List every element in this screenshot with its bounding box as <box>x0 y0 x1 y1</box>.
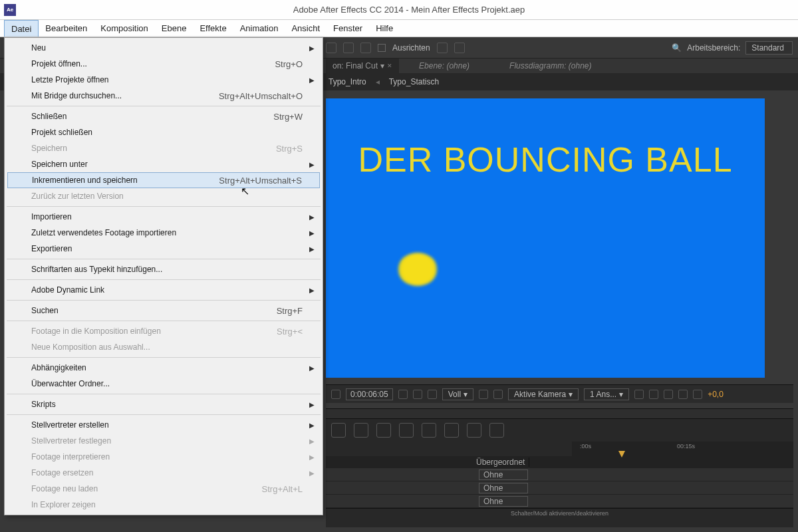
3d-icon[interactable] <box>678 390 688 399</box>
search-icon[interactable]: 🔍 <box>672 43 682 53</box>
menu-item-label: Schriftarten aus Typekit hinzufügen... <box>31 265 303 274</box>
camera-select[interactable]: Aktive Kamera▾ <box>508 388 579 400</box>
panel-divider[interactable] <box>326 408 793 419</box>
parent-select[interactable]: Ohne <box>479 483 528 493</box>
align-checkbox[interactable] <box>378 44 386 52</box>
menu-item[interactable]: Inkrementieren und speichernStrg+Alt+Ums… <box>7 172 320 188</box>
menu-hilfe[interactable]: Hilfe <box>369 20 400 37</box>
parent-select[interactable]: Ohne <box>479 469 528 480</box>
app-logo: Ae <box>4 4 16 16</box>
timeline-tool-icon[interactable] <box>376 423 391 438</box>
graph-editor-icon[interactable] <box>422 423 436 438</box>
composition-viewer[interactable]: DER BOUNCING BALL <box>326 98 765 378</box>
menu-item-label: Neu <box>31 43 303 53</box>
current-time[interactable]: 0:00:06:05 <box>346 388 393 400</box>
timecode-icon[interactable] <box>664 390 673 399</box>
menu-effekte[interactable]: Effekte <box>193 20 233 37</box>
menu-animation[interactable]: Animation <box>233 20 285 37</box>
magnify-icon[interactable] <box>331 390 340 399</box>
preview-headline: DER BOUNCING BALL <box>358 140 732 180</box>
menu-separator <box>7 206 321 207</box>
tab-composition[interactable]: on: Final Cut▾✕ <box>326 59 399 73</box>
menu-item[interactable]: Skripts▶ <box>6 396 321 412</box>
menu-item[interactable]: SuchenStrg+F <box>6 303 321 319</box>
time-ruler[interactable]: :00s 00:15s <box>572 442 793 456</box>
view-count-select[interactable]: 1 Ans...▾ <box>584 388 629 400</box>
layer-track[interactable]: Ohne <box>326 495 793 508</box>
menu-item-label: Speichern unter <box>31 160 303 169</box>
crumb-item[interactable]: Typo_Statisch <box>389 77 439 86</box>
switches-toggle[interactable]: Schalter/Modi aktivieren/deaktivieren <box>326 508 793 519</box>
layer-track[interactable]: Ohne <box>326 481 793 495</box>
menu-item[interactable]: Adobe Dynamic Link▶ <box>6 282 321 298</box>
tab-layer[interactable]: Ebene: (ohne) <box>399 61 489 70</box>
menu-datei[interactable]: Datei <box>4 20 39 37</box>
menu-item[interactable]: Schriftarten aus Typekit hinzufügen... <box>6 261 321 277</box>
tab-flowchart[interactable]: Flussdiagramm: (ohne) <box>489 61 611 70</box>
file-menu-dropdown: Neu▶Projekt öffnen...Strg+OLetzte Projek… <box>4 37 323 515</box>
submenu-arrow-icon: ▶ <box>309 229 315 237</box>
menu-item[interactable]: Speichern unter▶ <box>6 156 321 172</box>
mask-icon[interactable] <box>649 390 658 399</box>
menu-item[interactable]: Abhängigkeiten▶ <box>6 360 321 376</box>
motion-blur-icon[interactable] <box>467 423 481 438</box>
snapshot-icon[interactable] <box>398 390 408 399</box>
menu-item[interactable]: Projekt schließen <box>6 124 321 140</box>
menu-separator <box>7 106 321 106</box>
workspace-select[interactable]: Standard <box>745 41 793 55</box>
close-icon[interactable]: ✕ <box>387 63 392 69</box>
menu-item[interactable]: Importieren▶ <box>6 209 321 225</box>
viewer-footer: 0:00:06:05 Voll▾ Aktive Kamera▾ 1 Ans...… <box>326 384 793 403</box>
crumb-item[interactable]: Typo_Intro <box>329 77 366 86</box>
menu-separator <box>7 357 321 358</box>
tool-icon[interactable] <box>326 43 336 53</box>
tool-icon[interactable] <box>360 43 371 53</box>
exposure-value[interactable]: +0,0 <box>708 390 724 399</box>
menu-item[interactable]: Letzte Projekte öffnen▶ <box>6 72 321 88</box>
menu-item-shortcut: Strg+Alt+L <box>262 484 303 494</box>
layer-track[interactable]: Ohne <box>326 468 793 481</box>
submenu-arrow-icon: ▶ <box>309 245 315 253</box>
menu-item-label: Überwachter Ordner... <box>31 379 303 388</box>
menu-item-shortcut: Strg+S <box>276 144 303 154</box>
channel-icon[interactable] <box>413 390 422 399</box>
timeline-tool-icon[interactable] <box>489 423 504 438</box>
grid-icon[interactable] <box>634 390 644 399</box>
chevron-left-icon: ◂ <box>376 77 380 86</box>
dropdown-icon[interactable]: ▾ <box>380 61 384 70</box>
timeline-tool-icon[interactable] <box>399 423 414 438</box>
menu-item[interactable]: Zuletzt verwendetes Footage importieren▶ <box>6 225 321 241</box>
resolution-select[interactable]: Voll▾ <box>442 388 473 400</box>
menu-ansicht[interactable]: Ansicht <box>285 20 327 37</box>
menu-separator <box>7 300 321 301</box>
menu-item-label: Suchen <box>31 306 277 315</box>
menu-ebene[interactable]: Ebene <box>155 20 194 37</box>
menu-item[interactable]: Neu▶ <box>6 40 321 56</box>
menu-item[interactable]: Mit Bridge durchsuchen...Strg+Alt+Umscha… <box>6 88 321 104</box>
menu-item[interactable]: Exportieren▶ <box>6 241 321 257</box>
color-icon[interactable] <box>428 390 437 399</box>
parent-select[interactable]: Ohne <box>479 496 528 507</box>
tool-icon[interactable] <box>454 43 465 53</box>
menu-item[interactable]: SchließenStrg+W <box>6 108 321 124</box>
menu-item: SpeichernStrg+S <box>6 140 321 156</box>
timeline-tool-icon[interactable] <box>331 423 346 438</box>
menu-komposition[interactable]: Komposition <box>94 20 155 37</box>
timeline-tool-icon[interactable] <box>444 423 459 438</box>
menu-item[interactable]: Stellvertreter erstellen▶ <box>6 417 321 433</box>
layer-columns-header: Übergeordnet <box>326 456 793 468</box>
transparency-icon[interactable] <box>493 390 503 399</box>
tool-icon[interactable] <box>343 43 354 53</box>
render-icon[interactable] <box>693 390 702 399</box>
timeline-tool-icon[interactable] <box>354 423 368 438</box>
submenu-arrow-icon: ▶ <box>309 76 315 84</box>
menu-bearbeiten[interactable]: Bearbeiten <box>39 20 94 37</box>
menu-item[interactable]: Überwachter Ordner... <box>6 376 321 392</box>
menu-fenster[interactable]: Fenster <box>327 20 369 37</box>
menu-item-shortcut: Strg+O <box>275 59 303 69</box>
menu-item-label: Speichern <box>31 144 276 153</box>
menu-item[interactable]: Projekt öffnen...Strg+O <box>6 56 321 72</box>
snap-icon[interactable] <box>437 43 448 53</box>
roi-icon[interactable] <box>479 390 488 399</box>
menu-item: Footage neu ladenStrg+Alt+L <box>6 481 321 497</box>
